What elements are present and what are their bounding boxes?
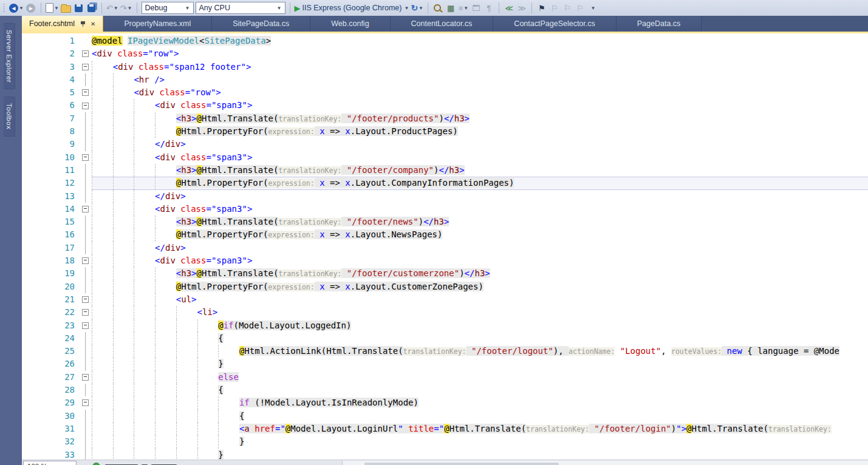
navigate-forward-button[interactable]: ► — [26, 1, 36, 15]
properties-window-button[interactable]: ▦ — [445, 1, 456, 15]
code-text[interactable]: <div class="span3"> — [92, 254, 868, 267]
zoom-combo[interactable]: 100 %▼ — [23, 461, 77, 465]
outline-collapse-icon[interactable] — [82, 257, 89, 264]
toolbar-overflow-button[interactable]: ▼ — [587, 1, 598, 15]
outline-collapse-icon[interactable] — [82, 296, 89, 303]
save-all-button[interactable] — [86, 1, 97, 15]
next-bookmark-button[interactable]: ⚐ — [562, 1, 573, 15]
code-text[interactable]: { — [92, 384, 868, 396]
outline-collapse-icon[interactable] — [82, 309, 89, 316]
code-text[interactable]: <a href="@Model.Layout.LoginUrl" title="… — [92, 423, 868, 435]
save-button[interactable] — [73, 1, 84, 15]
sidebar-item-toolbox[interactable]: Toolbox — [4, 97, 15, 136]
code-text[interactable]: <li> — [92, 306, 868, 319]
document-tab[interactable]: PropertyNames.xml — [103, 16, 212, 32]
code-text[interactable]: @Html.ActionLink(Html.Translate(translat… — [92, 345, 868, 358]
clear-bookmarks-button[interactable]: ⚐ — [575, 1, 586, 15]
code-text[interactable]: <ul> — [92, 293, 868, 306]
code-text[interactable]: { — [92, 410, 868, 423]
code-text[interactable]: </div> — [92, 242, 868, 254]
code-text[interactable]: <div class="row"> — [92, 86, 868, 99]
outlining-margin — [78, 254, 92, 267]
outline-collapse-icon[interactable] — [82, 89, 89, 96]
code-text[interactable]: </div> — [92, 190, 868, 203]
document-tab[interactable]: Web.config — [310, 16, 390, 32]
document-tab[interactable]: PageData.cs — [617, 16, 702, 32]
code-text[interactable]: @model IPageViewModel<SitePageData> — [92, 35, 868, 47]
code-text[interactable]: <div class="span3"> — [92, 99, 868, 112]
outline-collapse-icon[interactable] — [82, 154, 89, 161]
undo-button[interactable]: ↶▼ — [106, 1, 118, 15]
scrollbar-thumb[interactable] — [364, 463, 559, 465]
code-text[interactable]: if (!Model.Layout.IsInReadonlyMode) — [92, 396, 868, 409]
code-text[interactable]: <h3>@Html.Translate(translationKey: "/fo… — [92, 216, 868, 228]
code-text[interactable]: @if(Model.Layout.LoggedIn) — [92, 319, 868, 332]
outline-collapse-icon[interactable] — [82, 374, 89, 381]
chevron-down-icon[interactable]: ▼ — [114, 5, 118, 11]
new-file-button[interactable]: ▼ — [46, 1, 59, 15]
outline-collapse-icon[interactable] — [82, 399, 89, 406]
indent-guide — [134, 345, 155, 358]
horizontal-scrollbar[interactable] — [342, 461, 868, 465]
code-text[interactable]: @Html.PropertyFor(expression: x => x.Lay… — [92, 177, 868, 189]
code-text[interactable]: </div> — [92, 138, 868, 151]
document-tab[interactable]: ContactPageSelector.cs — [493, 16, 616, 32]
toggle-bookmark-button[interactable]: ⚑ — [536, 1, 547, 15]
document-tab[interactable]: Footer.cshtml✕ — [22, 16, 103, 32]
solution-platform-combo[interactable]: Any CPU▼ — [196, 2, 285, 14]
tab-label: Footer.cshtml — [29, 19, 75, 28]
outline-collapse-icon[interactable] — [82, 103, 89, 109]
find-in-files-button[interactable] — [432, 1, 443, 15]
pin-icon[interactable] — [80, 21, 86, 27]
code-text[interactable]: <h3>@Html.Translate(translationKey: "/fo… — [92, 164, 868, 177]
document-tab[interactable]: ContentLocator.cs — [391, 16, 494, 32]
indent-guide — [113, 190, 134, 203]
code-text[interactable]: <div class="span3"> — [92, 203, 868, 216]
code-text[interactable]: <div class="span12 footer"> — [92, 61, 868, 73]
increase-indent-button[interactable]: ≫ — [516, 1, 527, 15]
toolbar-grip[interactable] — [2, 3, 5, 13]
redo-button[interactable]: ↷▼ — [120, 1, 132, 15]
code-text[interactable]: <div class="span3"> — [92, 151, 868, 164]
code-text[interactable]: } — [92, 435, 868, 448]
outline-collapse-icon[interactable] — [82, 50, 89, 57]
refresh-button[interactable]: ↻▼ — [411, 1, 423, 15]
code-text[interactable]: } — [92, 358, 868, 370]
chevron-down-icon[interactable]: ▼ — [54, 5, 59, 11]
document-tab[interactable]: SitePageData.cs — [212, 16, 310, 32]
outline-collapse-icon[interactable] — [82, 64, 89, 70]
close-icon[interactable]: ✕ — [91, 21, 95, 27]
code-text[interactable]: <h3>@Html.Translate(translationKey: "/fo… — [92, 267, 868, 280]
sidebar-item-server-explorer[interactable]: Server Explorer — [4, 23, 15, 89]
format-document-button[interactable]: 🗔 — [471, 1, 482, 15]
code-text[interactable]: <hr /> — [92, 73, 868, 86]
outline-collapse-icon[interactable] — [82, 206, 89, 212]
chevron-down-icon[interactable]: ▼ — [404, 5, 409, 11]
code-text[interactable]: <div class="row"> — [92, 47, 868, 60]
code-text[interactable]: else — [92, 371, 868, 384]
code-text[interactable]: { — [92, 332, 868, 345]
sort-lines-button[interactable]: ≡▼ — [458, 1, 469, 15]
open-file-button[interactable] — [61, 1, 72, 15]
code-text[interactable]: @Html.PropertyFor(expression: x => x.Lay… — [92, 280, 868, 293]
chevron-down-icon[interactable]: ▼ — [419, 5, 423, 11]
indent-guide — [197, 319, 219, 332]
line-number: 15 — [22, 216, 78, 228]
indent-guide — [113, 125, 134, 138]
show-whitespace-button[interactable]: ¶ — [484, 1, 494, 15]
chevron-down-icon[interactable]: ▼ — [128, 5, 132, 11]
navigate-back-button[interactable]: ◄▼ — [9, 1, 24, 15]
line-number: 23 — [22, 319, 78, 332]
prev-bookmark-button[interactable]: ⚐ — [549, 1, 560, 15]
code-text[interactable]: @Html.PropertyFor(expression: x => x.Lay… — [92, 125, 868, 138]
code-text[interactable]: <h3>@Html.Translate(translationKey: "/fo… — [92, 112, 868, 125]
start-debugging-button[interactable]: ▶IIS Express (Google Chrome)▼ — [295, 1, 409, 15]
code-text[interactable]: @Html.PropertyFor(expression: x => x.Lay… — [92, 228, 868, 241]
solution-configuration-combo[interactable]: Debug▼ — [142, 2, 194, 14]
decrease-indent-button[interactable]: ≪ — [504, 1, 514, 15]
outline-collapse-icon[interactable] — [82, 322, 89, 329]
editor[interactable]: 1@model IPageViewModel<SitePageData>2<di… — [22, 33, 868, 460]
code-text[interactable]: } — [92, 449, 868, 460]
health-indicator-icon[interactable] — [92, 463, 100, 465]
chevron-down-icon[interactable]: ▼ — [19, 5, 24, 11]
